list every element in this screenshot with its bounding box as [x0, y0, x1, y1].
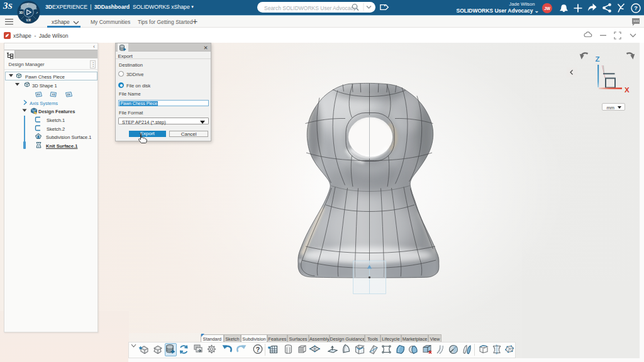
svg-text:3D: 3D: [19, 11, 24, 14]
svg-text:Z: Z: [595, 55, 599, 63]
svg-text:YZ: YZ: [52, 93, 56, 96]
svg-text:XY: XY: [37, 93, 41, 96]
svg-text:JW: JW: [544, 6, 551, 11]
svg-text:↗: ↗: [36, 11, 38, 14]
svg-text:ZX: ZX: [67, 93, 70, 96]
svg-text:?: ?: [256, 346, 260, 353]
svg-text:X: X: [625, 86, 630, 94]
svg-text:?: ?: [634, 5, 638, 11]
